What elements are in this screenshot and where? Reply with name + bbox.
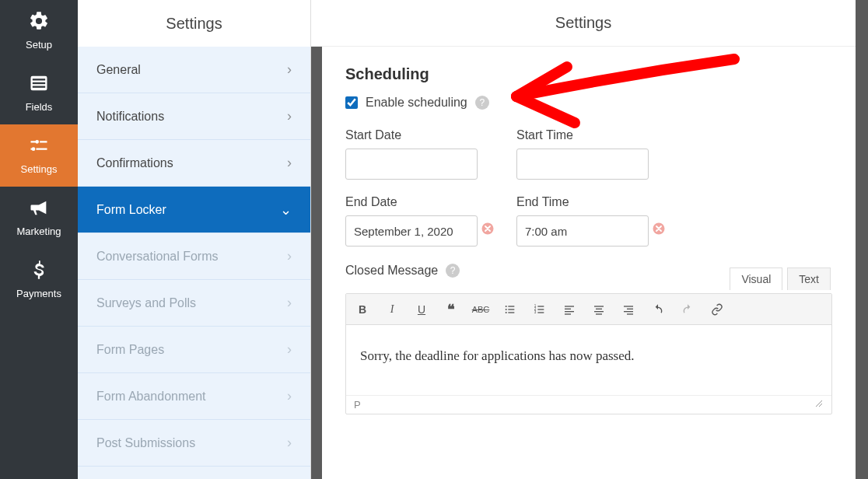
sidebar-item-label: Post Submissions <box>96 436 195 450</box>
list-icon <box>28 75 50 96</box>
chevron-right-icon: › <box>287 155 292 171</box>
section-title: Scheduling <box>345 65 832 83</box>
bold-button[interactable]: B <box>355 303 369 316</box>
sidebar-item-confirmations[interactable]: Confirmations › <box>78 140 310 187</box>
sidebar-item-label: Conversational Forms <box>96 250 219 264</box>
editor-content[interactable]: Sorry, the deadline for applications has… <box>346 325 831 395</box>
svg-rect-21 <box>565 313 571 314</box>
redo-button[interactable] <box>681 303 695 316</box>
link-button[interactable] <box>710 303 724 316</box>
sidebar-item-form-locker[interactable]: Form Locker ⌄ <box>78 187 310 233</box>
end-date-group: End Date <box>345 195 501 246</box>
svg-rect-2 <box>33 82 45 83</box>
svg-rect-11 <box>508 312 514 313</box>
tab-visual[interactable]: Visual <box>730 267 782 290</box>
left-rail: Setup Fields Settings Marketing Payments <box>0 0 78 479</box>
content-header: Settings <box>311 0 856 47</box>
start-time-input[interactable] <box>516 149 649 180</box>
sidebar-item-label: Form Abandonment <box>96 390 206 404</box>
sidebar-item-surveys-polls[interactable]: Surveys and Polls › <box>78 280 310 327</box>
chevron-right-icon: › <box>287 295 292 311</box>
sidebar-item-form-abandonment[interactable]: Form Abandonment › <box>78 373 310 420</box>
rail-item-marketing[interactable]: Marketing <box>0 187 78 249</box>
svg-rect-16 <box>537 309 544 309</box>
chevron-right-icon: › <box>287 341 292 358</box>
clear-end-time-icon[interactable] <box>652 222 666 236</box>
sidebar-item-label: Surveys and Polls <box>96 296 196 310</box>
svg-rect-24 <box>594 311 604 312</box>
sidebar-item-conversational-forms[interactable]: Conversational Forms › <box>78 233 310 280</box>
start-time-label: Start Time <box>516 128 672 142</box>
tab-text[interactable]: Text <box>787 267 831 290</box>
end-time-label: End Time <box>516 195 672 209</box>
help-icon[interactable]: ? <box>446 264 460 278</box>
blockquote-button[interactable]: ❝ <box>444 301 458 318</box>
rail-item-setup[interactable]: Setup <box>0 0 78 62</box>
end-date-input[interactable] <box>345 215 478 246</box>
undo-button[interactable] <box>651 303 665 316</box>
svg-rect-23 <box>596 308 602 309</box>
rail-item-fields[interactable]: Fields <box>0 62 78 124</box>
sliders-icon <box>28 137 50 159</box>
svg-rect-18 <box>565 306 574 306</box>
svg-rect-3 <box>33 86 45 87</box>
editor-toolbar: B I U ❝ ABC 123 <box>346 294 831 325</box>
svg-rect-29 <box>627 313 633 314</box>
sidebar-item-general[interactable]: General › <box>78 47 310 93</box>
gear-icon <box>28 12 50 34</box>
svg-rect-25 <box>596 313 602 314</box>
align-right-button[interactable] <box>621 303 635 316</box>
italic-button[interactable]: I <box>385 303 399 316</box>
svg-rect-15 <box>537 306 544 306</box>
rail-item-payments[interactable]: Payments <box>0 249 78 311</box>
sidebar-item-label: Confirmations <box>96 156 173 170</box>
resize-handle[interactable] <box>814 399 824 411</box>
align-left-button[interactable] <box>562 303 576 316</box>
start-date-label: Start Date <box>345 128 501 142</box>
editor-path-indicator: P <box>354 399 361 411</box>
rail-label: Payments <box>16 288 61 299</box>
align-center-button[interactable] <box>592 303 606 316</box>
svg-point-7 <box>506 309 507 310</box>
end-time-input[interactable] <box>516 215 649 246</box>
svg-rect-27 <box>627 308 633 309</box>
help-icon[interactable]: ? <box>475 96 489 110</box>
strikethrough-button[interactable]: ABC <box>474 305 488 314</box>
right-edge-frame <box>856 0 868 479</box>
chevron-right-icon: › <box>287 248 292 264</box>
numbered-list-button[interactable]: 123 <box>533 303 547 316</box>
svg-rect-22 <box>594 306 604 306</box>
end-date-label: End Date <box>345 195 501 209</box>
rail-item-settings[interactable]: Settings <box>0 124 78 187</box>
sidebar-item-form-pages[interactable]: Form Pages › <box>78 327 310 373</box>
closed-message-label: Closed Message <box>345 264 438 278</box>
sidebar-item-label: General <box>96 63 141 77</box>
rich-text-editor: B I U ❝ ABC 123 Sorry, the deadline for … <box>345 293 832 414</box>
svg-rect-17 <box>537 312 544 313</box>
svg-rect-28 <box>624 311 633 312</box>
chevron-right-icon: › <box>287 108 292 124</box>
chevron-down-icon: ⌄ <box>280 201 292 219</box>
rail-label: Fields <box>26 101 53 113</box>
enable-scheduling-label: Enable scheduling <box>366 96 467 110</box>
sidebar-item-label: Form Pages <box>96 343 164 357</box>
start-date-group: Start Date <box>345 128 501 180</box>
bulleted-list-button[interactable] <box>503 303 517 316</box>
start-time-group: Start Time <box>516 128 672 180</box>
svg-rect-9 <box>508 306 514 306</box>
sidebar-item-post-submissions[interactable]: Post Submissions › <box>78 420 310 467</box>
clear-end-date-icon[interactable] <box>481 222 495 236</box>
content-header-title: Settings <box>555 14 611 32</box>
enable-scheduling-checkbox[interactable] <box>345 96 358 109</box>
sidebar-item-label: Notifications <box>96 110 164 124</box>
rail-label: Setup <box>26 39 52 51</box>
end-time-group: End Time <box>516 195 672 246</box>
start-date-input[interactable] <box>345 149 478 180</box>
svg-point-6 <box>506 306 507 307</box>
chevron-right-icon: › <box>287 61 292 78</box>
settings-submenu: Settings General › Notifications › Confi… <box>78 0 311 479</box>
sidebar-item-notifications[interactable]: Notifications › <box>78 93 310 140</box>
chevron-right-icon: › <box>287 435 292 451</box>
svg-rect-1 <box>33 79 45 80</box>
underline-button[interactable]: U <box>415 303 429 316</box>
